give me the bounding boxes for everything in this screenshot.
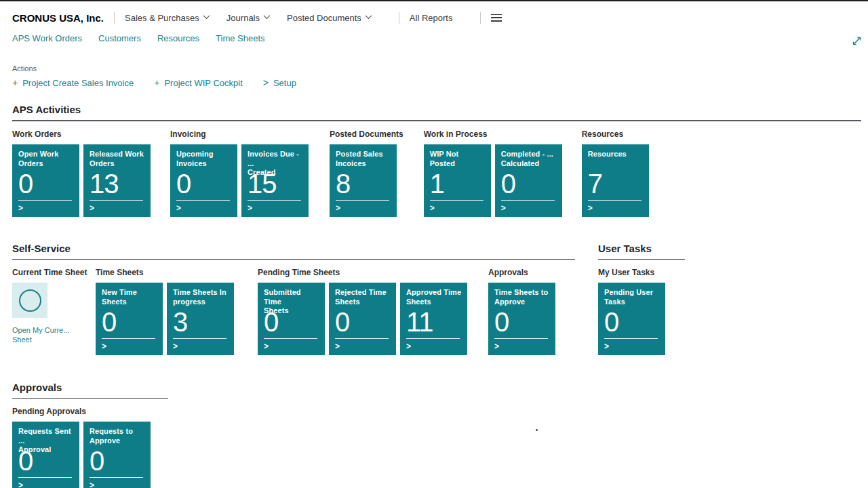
- tile-divider: [18, 200, 72, 201]
- divider: [114, 12, 115, 24]
- group-caption: Posted Documents: [330, 129, 403, 139]
- hamburger-menu-icon[interactable]: [491, 14, 502, 22]
- tile-divider: [588, 200, 642, 201]
- divider: [480, 12, 481, 24]
- cue-tile-value: 0: [18, 447, 74, 477]
- cue-tile-completed-calculated[interactable]: Completed - ...Calculated0>: [495, 144, 562, 217]
- menu-sales-and-purchases[interactable]: Sales & Purchases: [125, 13, 209, 23]
- actions-row: + Project Create Sales Invoice + Project…: [12, 77, 868, 88]
- cue-group-resources: Resources Resources7>: [582, 129, 649, 217]
- chevron-right-icon: >: [248, 204, 303, 212]
- group-caption: Approvals: [488, 268, 555, 277]
- cue-tile-open-work-orders[interactable]: Open WorkOrders0>: [12, 144, 79, 217]
- tile-divider: [90, 200, 143, 201]
- action-label: Setup: [273, 78, 296, 88]
- cue-tile-label: New Time Sheets: [102, 288, 157, 308]
- cue-tile-value: 7: [588, 170, 644, 200]
- cue-group-work-in-process: Work in Process WIP Not Posted1>Complete…: [424, 129, 562, 217]
- cue-tile-time-sheets-in-progress[interactable]: Time Sheets Inprogress3>: [167, 283, 234, 355]
- second-sections-row: Self-Service Current Time Sheet Open My …: [12, 243, 868, 355]
- cue-tile-released-work-orders[interactable]: Released WorkOrders13>: [83, 144, 151, 217]
- cue-tile-posted-sales-incoices[interactable]: Posted SalesIncoices8>: [330, 144, 397, 217]
- section-approvals: Approvals Pending Approvals Requests Sen…: [12, 382, 168, 488]
- tile-divider: [18, 477, 72, 478]
- cue-tile-value: 11: [406, 308, 462, 338]
- section-user-tasks: User Tasks My User Tasks Pending UserTas…: [598, 243, 685, 355]
- stray-dot: [536, 429, 538, 431]
- section-self-service: Self-Service Current Time Sheet Open My …: [12, 243, 575, 355]
- cue-tile-rejected-time-sheets[interactable]: Rejected TimeSheets0>: [329, 283, 396, 355]
- cue-tile-label: Approved TimeSheets: [406, 288, 462, 308]
- cue-tile-submitted-time-sheets[interactable]: Submitted TimeSheets0>: [258, 283, 325, 355]
- cue-tile-value: 0: [90, 447, 145, 477]
- cue-tile-approved-time-sheets[interactable]: Approved TimeSheets11>: [400, 283, 467, 355]
- menu-label: Posted Documents: [287, 13, 361, 23]
- open-my-current-time-sheet-link[interactable]: Open My Curre...Sheet: [12, 325, 83, 344]
- action-setup[interactable]: > Setup: [263, 77, 296, 88]
- cue-tile-new-time-sheets[interactable]: New Time Sheets0>: [96, 283, 163, 355]
- cue-tile-requests-sent-approval[interactable]: Requests Sent ...Approval0>: [12, 422, 79, 488]
- action-project-wip-cockpit[interactable]: + Project WIP Cockpit: [154, 77, 243, 88]
- chevron-right-icon: >: [588, 204, 644, 212]
- top-navigation-bar: CRONUS USA, Inc. Sales & Purchases Journ…: [12, 8, 868, 27]
- nav-link-time-sheets[interactable]: Time Sheets: [216, 33, 265, 43]
- cue-tile-value: 0: [335, 308, 391, 338]
- cue-groups-row: Pending Approvals Requests Sent ...Appro…: [12, 407, 168, 488]
- company-name[interactable]: CRONUS USA, Inc.: [12, 12, 104, 24]
- cue-tile-value: 0: [494, 308, 550, 338]
- action-label: Project Create Sales Invoice: [22, 78, 134, 88]
- cue-tile-invoices-due-created[interactable]: Invoices Due - ...Created15>: [241, 144, 309, 217]
- cue-groups-row: My User Tasks Pending UserTasks0>: [598, 268, 685, 355]
- role-center-page: CRONUS USA, Inc. Sales & Purchases Journ…: [0, 8, 868, 488]
- cue-tile-value: 1: [430, 170, 486, 200]
- chevron-down-icon: [203, 12, 210, 19]
- cue-tile-value: 8: [336, 170, 391, 200]
- chevron-right-icon: >: [173, 342, 229, 350]
- menu-all-reports[interactable]: All Reports: [410, 13, 453, 23]
- tile-divider: [494, 338, 548, 339]
- chevron-right-icon: >: [176, 204, 232, 212]
- nav-link-customers[interactable]: Customers: [98, 33, 141, 43]
- cue-tile-requests-to-approve[interactable]: Requests toApprove0>: [83, 422, 151, 488]
- chevron-right-icon: >: [406, 342, 462, 350]
- chevron-right-icon: >: [90, 204, 145, 212]
- tile-divider: [176, 200, 230, 201]
- expand-diagonal-icon[interactable]: [851, 35, 863, 49]
- cue-group-approvals: Approvals Time Sheets toApprove0>: [488, 268, 555, 355]
- chevron-right-icon: >: [430, 204, 486, 212]
- cue-tile-label: Invoices Due - ...Created: [248, 150, 303, 169]
- tile-divider: [90, 477, 143, 478]
- cue-group-work-orders: Work Orders Open WorkOrders0>Released Wo…: [12, 129, 151, 217]
- cue-tile-label: Time Sheets Inprogress: [173, 288, 229, 308]
- tile-divider: [102, 338, 155, 339]
- group-caption: Work in Process: [424, 129, 562, 139]
- page-navigation: APS Work Orders Customers Resources Time…: [12, 33, 868, 43]
- chevron-right-icon: >: [336, 204, 391, 212]
- cue-tile-pending-user-tasks[interactable]: Pending UserTasks0>: [598, 283, 665, 355]
- group-caption: Invoicing: [170, 129, 309, 139]
- chevron-right-icon: >: [501, 204, 557, 212]
- nav-link-aps-work-orders[interactable]: APS Work Orders: [12, 33, 82, 43]
- chevron-right-icon: >: [335, 342, 391, 350]
- tile-divider: [336, 200, 389, 201]
- group-caption: Time Sheets: [96, 268, 234, 277]
- cue-tile-upcoming-invoices[interactable]: UpcomingInvoices0>: [170, 144, 237, 217]
- cue-tile-value: 0: [102, 308, 157, 338]
- time-sheet-image-cue[interactable]: [12, 283, 47, 318]
- cue-tile-value: 0: [264, 308, 319, 338]
- cue-tile-value: 0: [501, 170, 557, 200]
- cue-tile-resources[interactable]: Resources7>: [582, 144, 649, 217]
- cue-group-invoicing: Invoicing UpcomingInvoices0>Invoices Due…: [170, 129, 309, 217]
- cue-groups-row: Current Time Sheet Open My Curre...Sheet…: [12, 268, 575, 355]
- nav-link-resources[interactable]: Resources: [157, 33, 199, 43]
- cue-tile-time-sheets-to-approve[interactable]: Time Sheets toApprove0>: [488, 283, 555, 355]
- cue-tile-wip-not-posted[interactable]: WIP Not Posted1>: [424, 144, 491, 217]
- menu-journals[interactable]: Journals: [226, 13, 269, 23]
- tile-divider: [173, 338, 226, 339]
- group-caption: Pending Approvals: [12, 407, 151, 416]
- cue-tile-value: 0: [18, 170, 74, 200]
- action-project-create-sales-invoice[interactable]: + Project Create Sales Invoice: [12, 77, 134, 88]
- group-caption: Current Time Sheet: [12, 268, 83, 277]
- cue-tile-label: Posted SalesIncoices: [336, 150, 391, 169]
- menu-posted-documents[interactable]: Posted Documents: [287, 13, 371, 23]
